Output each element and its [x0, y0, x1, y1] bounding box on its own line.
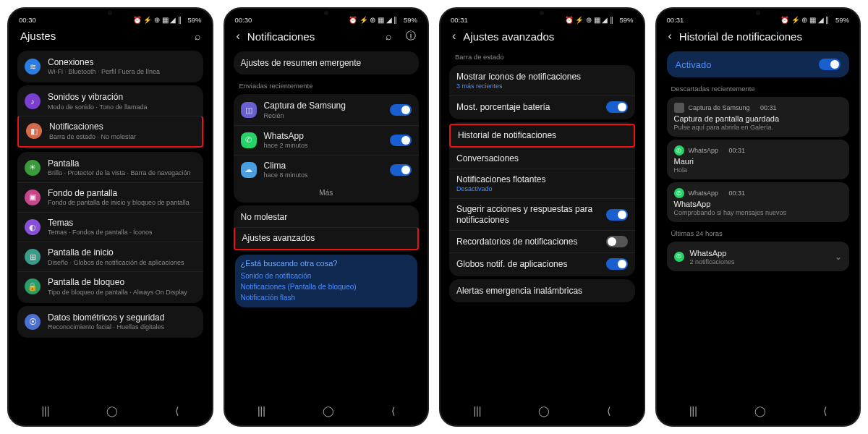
search-icon[interactable]: ⌕	[195, 30, 200, 42]
nav-home[interactable]: ◯	[538, 405, 550, 417]
advanced-row[interactable]: Sugerir acciones y respuestas para notif…	[449, 198, 635, 230]
advanced-row[interactable]: Recordatorios de notificaciones	[449, 230, 635, 252]
settings-row[interactable]: ≋ ConexionesWi-Fi · Bluetooth · Perfil F…	[17, 52, 203, 81]
popup-summary-row[interactable]: Ajustes de resumen emergente	[234, 53, 420, 73]
toggle-icon[interactable]	[606, 236, 628, 247]
dismissed-notif[interactable]: ✆WhatsApp 00:31 Mauri Hola	[667, 140, 850, 179]
advanced-row[interactable]: Ajustes avanzados	[234, 227, 420, 250]
nav-recents[interactable]: |||	[473, 405, 481, 417]
page-title: Historial de notificaciones	[679, 30, 848, 43]
phone-2: 00:30 ⏰ ⚡ ⊕ ▦ ◢ ‖ 59% ‹ Notificaciones ⌕…	[224, 7, 430, 427]
settings-row[interactable]: ▣ Fondo de pantallaFondo de pantalla de …	[17, 182, 203, 212]
app-icon: ✆	[241, 132, 257, 148]
advanced-row[interactable]: Mostrar íconos de notificaciones3 más re…	[449, 67, 635, 95]
search-suggestions: ¿Está buscando otra cosa? Sonido de noti…	[235, 255, 418, 307]
advanced-row[interactable]: Historial de notificaciones	[449, 124, 635, 147]
status-icons: ⏰ ⚡ ⊕ ▦ ◢ ‖ 59%	[565, 16, 634, 24]
nav-recents[interactable]: |||	[689, 405, 697, 417]
setting-icon: ⊞	[25, 249, 41, 265]
chevron-down-icon: ⌄	[835, 252, 842, 262]
status-bar: 00:31 ⏰ ⚡ ⊕ ▦ ◢ ‖ 59%	[661, 14, 856, 27]
dismissed-label: Descartadas recientemente	[664, 80, 853, 94]
settings-list: ≋ ConexionesWi-Fi · Bluetooth · Perfil F…	[13, 48, 208, 399]
whatsapp-icon: ✆	[674, 252, 684, 262]
search-icon[interactable]: ⌕	[386, 30, 391, 42]
settings-row[interactable]: 🔒 Pantalla de bloqueoTipo de bloqueo de …	[17, 271, 203, 301]
status-time: 00:30	[19, 16, 36, 24]
page-title: Ajustes avanzados	[463, 30, 631, 43]
nav-home[interactable]: ◯	[106, 405, 118, 417]
suggestion-link[interactable]: Sonido de notificación	[241, 271, 412, 281]
setting-icon: ◧	[26, 123, 42, 139]
nav-recents[interactable]: |||	[258, 405, 265, 417]
nav-home[interactable]: ◯	[323, 405, 334, 417]
advanced-row[interactable]: Most. porcentaje batería	[449, 95, 635, 118]
status-icons: ⏰ ⚡ ⊕ ▦ ◢ ‖ 59%	[133, 16, 202, 24]
notif-settings: Ajustes de resumen emergente Enviadas re…	[229, 48, 424, 399]
advanced-row[interactable]: Notificaciones flotantesDesactivado	[449, 169, 635, 198]
phone-1: 00:30 ⏰ ⚡ ⊕ ▦ ◢ ‖ 59% Ajustes ⌕ ≋ Conexi…	[7, 7, 213, 427]
setting-icon: ≋	[25, 59, 41, 75]
advanced-row[interactable]: Alertas emergencia inalámbricas	[449, 281, 635, 301]
suggestion-link[interactable]: Notificaciones (Pantalla de bloqueo)	[241, 281, 412, 292]
settings-row[interactable]: ☀ PantallaBrillo · Protector de la vista…	[17, 153, 203, 182]
activated-toggle[interactable]: Activado	[667, 51, 850, 77]
nav-back[interactable]: ⟨	[175, 405, 179, 417]
info-icon[interactable]: ⓘ	[406, 30, 416, 43]
last24-card[interactable]: ✆ WhatsApp 2 notificaciones ⌄	[667, 242, 850, 271]
nav-bar: ||| ◯ ⟨	[661, 399, 856, 420]
recent-label: Enviadas recientemente	[232, 77, 421, 91]
recent-app-row[interactable]: ◫ Captura de SamsungRecién	[234, 95, 420, 124]
nav-back[interactable]: ⟨	[607, 405, 610, 417]
status-icons: ⏰ ⚡ ⊕ ▦ ◢ ‖ 59%	[780, 16, 849, 24]
suggestion-link[interactable]: Notificación flash	[241, 292, 412, 303]
toggle-icon[interactable]	[606, 209, 628, 221]
toggle-icon[interactable]	[606, 101, 628, 113]
app-icon: ☁	[241, 162, 257, 178]
back-icon[interactable]: ‹	[237, 30, 240, 43]
nav-recents[interactable]: |||	[41, 405, 49, 417]
phone-3: 00:31 ⏰ ⚡ ⊕ ▦ ◢ ‖ 59% ‹ Ajustes avanzado…	[439, 7, 645, 427]
back-icon[interactable]: ‹	[452, 30, 456, 43]
page-title: Ajustes	[20, 30, 180, 42]
settings-row[interactable]: ◐ TemasTemas · Fondos de pantalla · Ícon…	[17, 212, 203, 242]
whatsapp-icon: ✆	[674, 145, 684, 156]
status-time: 00:30	[235, 16, 252, 24]
dismissed-notif[interactable]: ✆WhatsApp 00:31 WhatsApp Comprobando si …	[667, 182, 850, 222]
back-icon[interactable]: ‹	[668, 30, 672, 43]
setting-icon: ⦿	[25, 314, 41, 330]
more-link[interactable]: Más	[234, 184, 420, 201]
toggle-icon[interactable]	[390, 104, 412, 116]
history-content: Activado Descartadas recientemente Captu…	[661, 48, 856, 399]
toggle-icon[interactable]	[390, 164, 412, 176]
setting-icon: ◐	[25, 219, 41, 235]
status-time: 00:31	[667, 16, 684, 24]
last24-label: Últimas 24 horas	[664, 225, 853, 239]
nav-back[interactable]: ⟨	[823, 405, 827, 417]
status-bar: 00:30 ⏰ ⚡ ⊕ ▦ ◢ ‖ 59%	[13, 14, 208, 27]
status-time: 00:31	[451, 16, 468, 24]
advanced-row[interactable]: Globos notif. de aplicaciones	[449, 252, 635, 275]
toggle-icon[interactable]	[819, 59, 841, 70]
setting-icon: ♪	[25, 93, 41, 109]
settings-row[interactable]: ♪ Sonidos y vibraciónModo de sonido · To…	[17, 87, 203, 116]
nav-back[interactable]: ⟨	[391, 405, 395, 417]
advanced-row[interactable]: Conversaciones	[449, 148, 635, 169]
recent-app-row[interactable]: ✆ WhatsApphace 2 minutos	[234, 125, 420, 155]
status-bar: 00:30 ⏰ ⚡ ⊕ ▦ ◢ ‖ 59%	[229, 14, 424, 27]
settings-row[interactable]: ⦿ Datos biométricos y seguridadReconocim…	[17, 307, 203, 336]
recent-app-row[interactable]: ☁ Climahace 8 minutos	[234, 155, 420, 184]
dnd-row[interactable]: No molestar	[234, 207, 420, 227]
nav-home[interactable]: ◯	[754, 405, 766, 417]
toggle-icon[interactable]	[390, 135, 412, 146]
settings-row[interactable]: ◧ NotificacionesBarra de estado · No mol…	[17, 116, 203, 147]
header: ‹ Ajustes avanzados	[445, 27, 639, 48]
app-icon: ◫	[241, 102, 257, 118]
setting-icon: 🔒	[25, 278, 41, 294]
advanced-list: Barra de estado Mostrar íconos de notifi…	[445, 48, 639, 399]
setting-icon: ☀	[25, 160, 41, 176]
dismissed-notif[interactable]: Captura de Samsung 00:31 Captura de pant…	[667, 97, 850, 137]
setting-icon: ▣	[25, 190, 41, 205]
settings-row[interactable]: ⊞ Pantalla de inicioDiseño · Globos de n…	[17, 242, 203, 271]
toggle-icon[interactable]	[606, 258, 628, 270]
